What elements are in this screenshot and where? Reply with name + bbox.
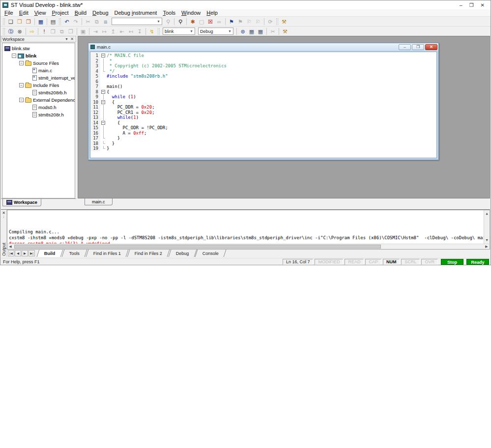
tree-item[interactable]: main.c — [2, 67, 75, 74]
expand-collapse-icon[interactable]: − — [19, 61, 24, 65]
fold-margin[interactable]: − — [100, 100, 107, 105]
undo-icon[interactable]: ↶ — [62, 18, 71, 26]
visual-debug-icon[interactable]: ⚒ — [280, 18, 289, 26]
cut-icon[interactable]: ✂ — [84, 18, 92, 26]
run-to-cursor-icon[interactable]: ↯ — [147, 28, 156, 35]
step-out-icon[interactable]: ↥ — [109, 28, 117, 35]
menu-item-project[interactable]: Project — [49, 10, 71, 16]
code-line[interactable]: 11 PC_DDR = 0x20; — [90, 105, 436, 110]
code-line[interactable]: 1−/* MAIN.C file — [90, 53, 436, 58]
minimize-button[interactable]: – — [460, 2, 462, 8]
stop-build-icon[interactable]: ❒ — [66, 28, 75, 35]
scroll-down-icon[interactable]: ▼ — [484, 237, 490, 243]
program-memory-icon[interactable]: ⚒ — [281, 28, 289, 35]
fold-collapse-icon[interactable]: − — [101, 90, 105, 94]
start-debug-icon[interactable]: Ⓓ — [6, 28, 15, 35]
code-line[interactable]: 6 — [90, 79, 436, 84]
code-line[interactable]: 3 * Copyright (c) 2002-2005 STMicroelect… — [90, 63, 436, 69]
code-line[interactable]: 15 PC_ODR = !PC_ODR; — [90, 125, 436, 131]
expand-collapse-icon[interactable]: − — [12, 54, 16, 58]
debug-instrument-settings-icon[interactable]: ⊛ — [238, 28, 247, 35]
fold-collapse-icon[interactable]: − — [101, 100, 105, 104]
paste-icon[interactable]: ⧈ — [101, 18, 110, 26]
expand-collapse-icon[interactable]: − — [19, 98, 24, 102]
next-bookmark-icon[interactable]: ⚑ — [236, 18, 245, 26]
output-vertical-scrollbar[interactable]: ▲ ▼ — [484, 210, 490, 244]
redo-icon[interactable]: ↷ — [71, 18, 80, 26]
scroll-right-icon[interactable]: ▶ — [484, 245, 490, 249]
expand-collapse-icon[interactable]: − — [19, 83, 24, 87]
chevron-down-icon[interactable]: ▾ — [188, 29, 195, 33]
code-line[interactable]: 17 } — [90, 136, 436, 141]
workspace-close-icon[interactable]: ✕ — [69, 37, 75, 41]
code-line[interactable]: 7main() — [90, 84, 436, 89]
code-line[interactable]: 19} — [90, 146, 436, 151]
find-next-icon[interactable]: ⚲ — [164, 18, 173, 26]
build-output-log[interactable]: Compiling main.c...cxstm8 -ihstm8 +mods0… — [7, 210, 490, 244]
step-into-asm-icon[interactable]: ⇤ — [117, 28, 126, 35]
build-log-line[interactable]: cxstm8 -ihstm8 +mods0 +debug -pxp -no -p… — [9, 235, 483, 241]
save-icon[interactable]: ▦ — [36, 18, 45, 26]
workspace-menu-icon[interactable]: ▾ — [64, 37, 69, 41]
toggle-bookmark-icon[interactable]: ⚑ — [227, 18, 236, 26]
menu-item-debug[interactable]: Debug — [89, 10, 111, 16]
scroll-left-icon[interactable]: ◀ — [7, 245, 13, 249]
build-icon[interactable]: ! — [40, 28, 49, 35]
tab-main-c[interactable]: main.c — [85, 198, 113, 205]
rebuild-all-icon[interactable]: ⧉ — [58, 28, 66, 35]
tree-item[interactable]: mods0.h — [2, 104, 75, 111]
editor-minimize-button[interactable]: – — [399, 44, 411, 50]
build-log-line[interactable]: Compiling main.c... — [9, 229, 483, 235]
browse-info-icon[interactable]: ✱ — [188, 18, 197, 26]
find-combo[interactable]: ▾ — [112, 18, 162, 25]
menu-item-tools[interactable]: Tools — [160, 10, 178, 16]
output-tab-debug[interactable]: Debug — [168, 250, 196, 257]
print-icon[interactable]: ▤ — [49, 18, 58, 26]
code-line[interactable]: 18 } — [90, 141, 436, 146]
fold-margin[interactable]: − — [100, 89, 107, 95]
menu-item-help[interactable]: Help — [203, 10, 221, 16]
tab-workspace[interactable]: Workspace — [2, 199, 41, 206]
code-line[interactable]: 2 * — [90, 58, 436, 64]
prev-bookmark-icon[interactable]: ⚐ — [245, 18, 254, 26]
menu-item-build[interactable]: Build — [72, 10, 89, 16]
chip-erase-icon[interactable]: ✂ — [268, 28, 277, 35]
close-button[interactable]: ✕ — [481, 2, 485, 8]
config-combo[interactable]: Debug▾ — [198, 28, 233, 35]
batch-build-icon[interactable]: ▣ — [79, 28, 87, 35]
output-tab-find-in-files-1[interactable]: Find in Files 1 — [86, 250, 128, 257]
menu-item-window[interactable]: Window — [178, 10, 203, 16]
step-over-asm-icon[interactable]: ↤ — [126, 28, 135, 35]
stop-browse-icon[interactable]: ☒ — [206, 18, 215, 26]
new-file-icon[interactable]: ❏ — [6, 18, 15, 26]
output-tab-scroll-icon[interactable]: ▶ — [22, 250, 28, 256]
output-horizontal-scrollbar[interactable]: ◀ ▶ — [7, 244, 490, 250]
code-line[interactable]: 4 */ — [90, 69, 436, 74]
menu-item-edit[interactable]: Edit — [16, 10, 31, 16]
tree-item[interactable]: −blink — [2, 52, 75, 59]
output-tab-tools[interactable]: Tools — [61, 250, 87, 257]
tree-item[interactable]: blink.stw — [2, 45, 75, 52]
fold-margin[interactable]: − — [100, 53, 107, 58]
new-document-icon[interactable]: ❐ — [24, 18, 33, 26]
menu-item-view[interactable]: View — [31, 10, 49, 16]
menu-item-file[interactable]: File — [1, 10, 16, 16]
code-line[interactable]: 14− { — [90, 120, 436, 126]
tree-item[interactable]: −Source Files — [2, 59, 75, 67]
restart-icon[interactable]: ↧ — [135, 28, 144, 35]
window-refresh-icon[interactable]: ⟳ — [266, 18, 275, 26]
output-close-icon[interactable]: ✕ — [2, 211, 5, 215]
editor-restore-button[interactable]: ❐ — [412, 44, 424, 50]
copy-icon[interactable]: ⧉ — [92, 18, 101, 26]
code-line[interactable]: 9 while (1) — [90, 94, 436, 100]
output-tab-build[interactable]: Build — [37, 250, 63, 257]
code-editor[interactable]: 1−/* MAIN.C file2 *3 * Copyright (c) 200… — [90, 52, 437, 158]
stop-indicator[interactable]: Stop — [441, 259, 463, 265]
tree-item[interactable]: stm8s208r.h — [2, 111, 75, 118]
code-line[interactable]: 13 while(1) — [90, 115, 436, 120]
browse-next-icon[interactable]: ▢ — [197, 18, 206, 26]
compile-icon[interactable]: ❐ — [49, 28, 58, 35]
find-in-files-icon[interactable]: ⚲ — [176, 18, 185, 26]
code-line[interactable]: 16 A = 0xff; — [90, 131, 436, 136]
memory-window-icon[interactable]: ▦ — [247, 28, 256, 35]
